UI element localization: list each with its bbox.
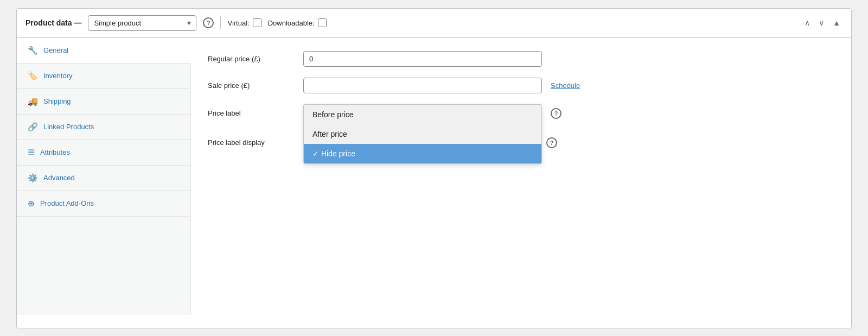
dropdown-option-hide-price[interactable]: Hide price	[304, 144, 541, 163]
schedule-link[interactable]: Schedule	[551, 81, 580, 90]
regular-price-row: Regular price (£)	[208, 51, 834, 67]
price-label-display-label: Price label display	[208, 138, 295, 147]
price-label-display-help-icon[interactable]: ?	[546, 137, 557, 148]
downloadable-checkbox[interactable]	[318, 18, 327, 27]
price-label-label: Price label	[208, 109, 295, 117]
sidebar-item-linked-products[interactable]: 🔗 Linked Products	[17, 115, 190, 140]
panel-header: Product data — Simple product ? Virtual:…	[17, 9, 851, 38]
regular-price-input[interactable]	[303, 51, 542, 67]
collapse-down-button[interactable]: ∨	[816, 17, 826, 28]
downloadable-checkbox-label[interactable]: Downloadable:	[268, 18, 327, 27]
sidebar-item-advanced[interactable]: ⚙️ Advanced	[17, 166, 190, 191]
price-label-dropdown-container: Before price After price Hide price	[303, 104, 542, 123]
header-divider	[220, 16, 221, 29]
sidebar-item-inventory[interactable]: 🏷️ Inventory	[17, 64, 190, 89]
virtual-checkbox-label[interactable]: Virtual:	[227, 18, 261, 27]
regular-price-label: Regular price (£)	[208, 55, 295, 63]
wrench-icon: 🔧	[28, 46, 38, 55]
collapse-up-button[interactable]: ∧	[802, 17, 812, 28]
sidebar-item-attributes[interactable]: ☰ Attributes	[17, 140, 190, 166]
collapse-triangle-button[interactable]: ▲	[831, 17, 843, 28]
header-arrows: ∧ ∨ ▲	[802, 17, 843, 28]
price-label-row: Price label Before price After price Hid…	[208, 104, 834, 123]
panel-body: 🔧 General 🏷️ Inventory 🚚 Shipping 🔗 Link…	[17, 38, 851, 315]
link-icon: 🔗	[28, 122, 38, 132]
price-label-help-icon[interactable]: ?	[551, 108, 561, 119]
sidebar-item-general[interactable]: 🔧 General	[17, 38, 190, 64]
virtual-checkbox[interactable]	[253, 18, 261, 27]
sidebar: 🔧 General 🏷️ Inventory 🚚 Shipping 🔗 Link…	[17, 38, 190, 315]
sale-price-label: Sale price (£)	[208, 81, 295, 90]
plus-circle-icon: ⊕	[28, 199, 35, 208]
dropdown-option-before-price[interactable]: Before price	[304, 105, 541, 124]
truck-icon: 🚚	[28, 97, 38, 106]
product-type-help-icon[interactable]: ?	[203, 17, 214, 28]
product-type-wrapper: Simple product	[88, 15, 196, 31]
sale-price-input[interactable]	[303, 78, 542, 93]
gear-icon: ⚙️	[28, 173, 38, 183]
product-data-panel: Product data — Simple product ? Virtual:…	[16, 8, 852, 328]
product-type-select[interactable]: Simple product	[88, 15, 196, 31]
sidebar-item-product-add-ons[interactable]: ⊕ Product Add-Ons	[17, 191, 190, 217]
list-icon: ☰	[28, 148, 35, 157]
sidebar-item-shipping[interactable]: 🚚 Shipping	[17, 89, 190, 115]
tag-icon: 🏷️	[28, 71, 38, 81]
main-content: Regular price (£) Sale price (£) Schedul…	[190, 38, 851, 315]
panel-title: Product data —	[25, 18, 81, 27]
sale-price-row: Sale price (£) Schedule	[208, 78, 834, 93]
dropdown-option-after-price[interactable]: After price	[304, 124, 541, 144]
price-label-dropdown-menu: Before price After price Hide price	[303, 104, 542, 164]
